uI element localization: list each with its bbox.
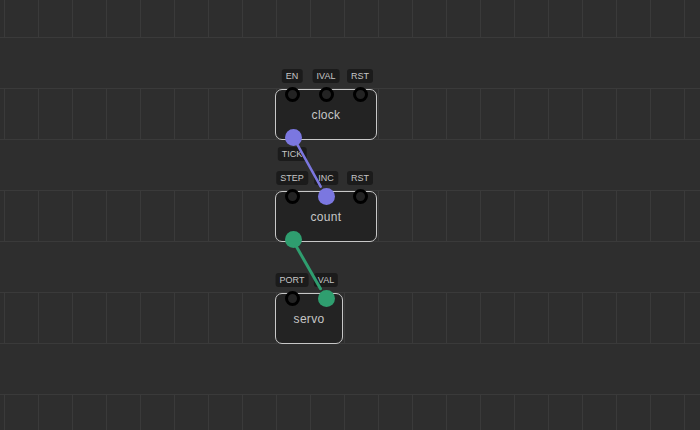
patch-editor-canvas[interactable]: clock EN IVAL RST TICK count STEP INC RS…: [0, 0, 700, 430]
links-layer: [0, 0, 700, 430]
link-clock-tick-to-count-inc[interactable]: [297, 144, 320, 186]
link-count-out-to-servo-val[interactable]: [297, 247, 321, 289]
